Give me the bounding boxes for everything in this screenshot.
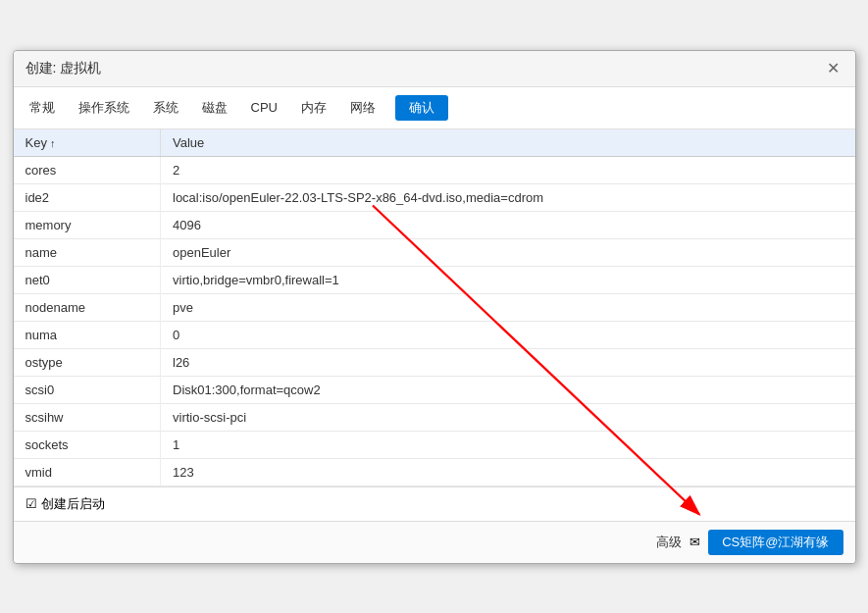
- bottom-action-bar: 高级 ✉ CS矩阵@江湖有缘: [14, 521, 855, 563]
- table-row: scsi0Disk01:300,format=qcow2: [14, 376, 855, 403]
- cell-value: 0: [161, 321, 855, 348]
- tab-disk[interactable]: 磁盘: [198, 97, 231, 119]
- email-icon: ✉: [689, 535, 700, 549]
- table-row: sockets1: [14, 431, 855, 458]
- cell-value: 1: [161, 431, 855, 458]
- table-row: ide2local:iso/openEuler-22.03-LTS-SP2-x8…: [14, 183, 855, 211]
- col-header-value: Value: [161, 129, 855, 157]
- cell-value: openEuler: [161, 238, 855, 266]
- tab-general[interactable]: 常规: [26, 97, 59, 119]
- table-row: ostypel26: [14, 348, 855, 376]
- tab-system[interactable]: 系统: [149, 97, 182, 119]
- table-row: numa0: [14, 321, 855, 348]
- footer-bar: ☑ 创建后启动: [14, 486, 855, 521]
- cell-value: virtio,bridge=vmbr0,firewall=1: [161, 266, 855, 293]
- cell-key: memory: [14, 211, 161, 238]
- col-header-key[interactable]: Key: [14, 129, 161, 157]
- cell-value: l26: [161, 348, 855, 376]
- cell-key: ostype: [14, 348, 161, 376]
- cell-key: scsi0: [14, 376, 161, 403]
- advanced-label: 高级: [656, 534, 682, 551]
- cell-key: nodename: [14, 293, 161, 321]
- table-row: vmid123: [14, 458, 855, 485]
- config-table: Key Value cores2ide2local:iso/openEuler-…: [14, 129, 855, 486]
- cell-key: sockets: [14, 431, 161, 458]
- tab-os[interactable]: 操作系统: [75, 97, 133, 119]
- cell-value: 4096: [161, 211, 855, 238]
- cell-value: local:iso/openEuler-22.03-LTS-SP2-x86_64…: [161, 183, 855, 211]
- cell-key: cores: [14, 156, 161, 183]
- dialog-titlebar: 创建: 虚拟机 ✕: [14, 51, 855, 87]
- tab-cpu[interactable]: CPU: [247, 98, 281, 117]
- cell-value: Disk01:300,format=qcow2: [161, 376, 855, 403]
- table-header-row: Key Value: [14, 129, 855, 157]
- tab-toolbar: 常规 操作系统 系统 磁盘 CPU 内存 网络 确认: [14, 87, 855, 129]
- cell-value: 2: [161, 156, 855, 183]
- confirm-button[interactable]: 确认: [395, 95, 448, 121]
- cell-value: pve: [161, 293, 855, 321]
- table-row: cores2: [14, 156, 855, 183]
- cell-key: net0: [14, 266, 161, 293]
- cell-key: vmid: [14, 458, 161, 485]
- close-button[interactable]: ✕: [824, 59, 843, 78]
- table-row: memory4096: [14, 211, 855, 238]
- cell-value: virtio-scsi-pci: [161, 403, 855, 431]
- cell-key: numa: [14, 321, 161, 348]
- table-row: scsihwvirtio-scsi-pci: [14, 403, 855, 431]
- cell-key: name: [14, 238, 161, 266]
- tab-memory[interactable]: 内存: [297, 97, 331, 119]
- autostart-checkbox-icon[interactable]: ☑: [26, 496, 37, 511]
- autostart-label: 创建后启动: [41, 495, 105, 513]
- cs-button[interactable]: CS矩阵@江湖有缘: [708, 530, 842, 555]
- config-table-container: Key Value cores2ide2local:iso/openEuler-…: [14, 129, 855, 486]
- table-row: nameopenEuler: [14, 238, 855, 266]
- cell-key: ide2: [14, 183, 161, 211]
- tab-network[interactable]: 网络: [346, 97, 380, 119]
- dialog-title: 创建: 虚拟机: [26, 60, 102, 77]
- autostart-checkbox-area[interactable]: ☑ 创建后启动: [26, 495, 105, 513]
- create-vm-dialog: 创建: 虚拟机 ✕ 常规 操作系统 系统 磁盘 CPU 内存 网络 确认 Key…: [13, 50, 856, 564]
- cell-value: 123: [161, 458, 855, 485]
- table-row: nodenamepve: [14, 293, 855, 321]
- cell-key: scsihw: [14, 403, 161, 431]
- table-row: net0virtio,bridge=vmbr0,firewall=1: [14, 266, 855, 293]
